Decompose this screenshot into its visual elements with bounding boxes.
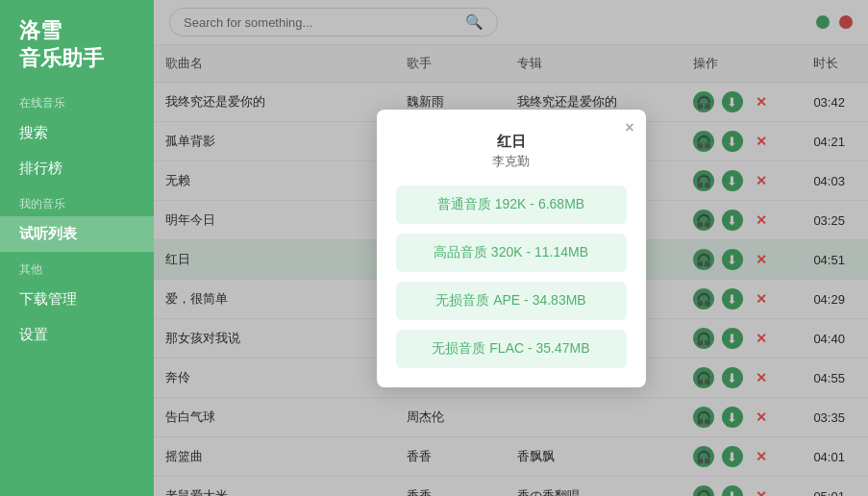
modal-song-artist: 李克勤 <box>396 153 627 170</box>
section-label-mymusic: 我的音乐 <box>0 186 154 216</box>
sidebar-item-downloads[interactable]: 下载管理 <box>0 282 154 317</box>
modal-overlay[interactable]: × 红日 李克勤 普通音质 192K - 6.68MB高品音质 320K - 1… <box>154 0 868 496</box>
quality-option-lossless_ape[interactable]: 无损音质 APE - 34.83MB <box>396 282 627 320</box>
download-quality-modal: × 红日 李克勤 普通音质 192K - 6.68MB高品音质 320K - 1… <box>377 110 646 387</box>
section-label-other: 其他 <box>0 252 154 282</box>
quality-option-lossless_flac[interactable]: 无损音质 FLAC - 35.47MB <box>396 330 627 368</box>
main-content: 🔍 歌曲名 歌手 专辑 操作 时长 我终究还是爱你的 魏新雨 我终究还是爱你的 <box>154 0 868 496</box>
sidebar-item-settings[interactable]: 设置 <box>0 317 154 353</box>
quality-option-normal[interactable]: 普通音质 192K - 6.68MB <box>396 186 627 224</box>
modal-close-button[interactable]: × <box>625 119 633 136</box>
sidebar-item-search[interactable]: 搜索 <box>0 115 154 151</box>
modal-song-title: 红日 <box>396 133 627 151</box>
modal-quality-options: 普通音质 192K - 6.68MB高品音质 320K - 11.14MB无损音… <box>396 186 627 368</box>
app-logo: 洛雪 音乐助手 <box>0 0 154 86</box>
section-label-online: 在线音乐 <box>0 86 154 115</box>
sidebar-item-playlist[interactable]: 试听列表 <box>0 216 154 252</box>
sidebar: 洛雪 音乐助手 在线音乐 搜索 排行榜 我的音乐 试听列表 其他 下载管理 设置 <box>0 0 154 496</box>
quality-option-high[interactable]: 高品音质 320K - 11.14MB <box>396 234 627 272</box>
sidebar-item-ranking[interactable]: 排行榜 <box>0 151 154 186</box>
